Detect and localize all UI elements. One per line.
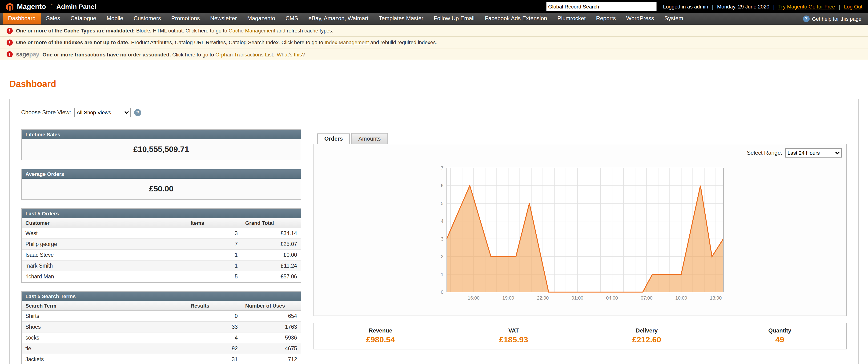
- tab-amounts[interactable]: Amounts: [351, 133, 388, 144]
- tab-orders[interactable]: Orders: [317, 133, 350, 144]
- magento-logo-icon: [6, 2, 14, 10]
- nav-item-mobile[interactable]: Mobile: [101, 13, 128, 25]
- svg-text:0: 0: [441, 290, 443, 295]
- svg-text:19:00: 19:00: [502, 295, 514, 300]
- brand-suffix: Admin Panel: [56, 3, 96, 10]
- svg-text:22:00: 22:00: [537, 295, 548, 300]
- search-term-row[interactable]: Jackets31712: [22, 354, 301, 364]
- nav-item-newsletter[interactable]: Newsletter: [205, 13, 242, 25]
- col-items: Items: [187, 218, 242, 228]
- totals-bar: Revenue £980.54 VAT £185.93 Delivery £21…: [313, 323, 847, 350]
- stat-vat: VAT £185.93: [447, 327, 580, 345]
- nav-item-customers[interactable]: Customers: [128, 13, 166, 25]
- top-header: Magento ™ Admin Panel Logged in as admin…: [0, 0, 868, 13]
- svg-text:5: 5: [441, 201, 443, 206]
- magento-admin-page: Magento ™ Admin Panel Logged in as admin…: [0, 0, 868, 364]
- brand-trademark: ™: [49, 3, 53, 7]
- col-number-of-uses: Number of Uses: [242, 301, 301, 310]
- orders-tab-panel: Select Range: Last 24 Hours 0123456716:0…: [313, 144, 847, 316]
- nav-item-plumrocket[interactable]: Plumrocket: [552, 13, 591, 25]
- nav-item-wordpress[interactable]: WordPress: [621, 13, 659, 25]
- svg-text:13:00: 13:00: [710, 295, 721, 300]
- search-term-row[interactable]: tie924675: [22, 343, 301, 354]
- nav-item-sales[interactable]: Sales: [41, 13, 65, 25]
- nav-item-catalogue[interactable]: Catalogue: [65, 13, 101, 25]
- header-separator: |: [839, 3, 840, 9]
- index-management-link[interactable]: Index Management: [324, 39, 369, 45]
- orphan-transactions-link[interactable]: Orphan Transactions List: [215, 52, 273, 57]
- average-orders-title: Average Orders: [22, 169, 301, 179]
- cache-management-link[interactable]: Cache Management: [229, 28, 275, 33]
- select-range-row: Select Range: Last 24 Hours: [319, 148, 842, 158]
- stat-delivery: Delivery £212.60: [580, 327, 713, 345]
- search-term-row[interactable]: Shirts0654: [22, 310, 301, 322]
- svg-text:04:00: 04:00: [606, 295, 618, 300]
- notice-text: Product Attributes, Catalog URL Rewrites…: [130, 39, 324, 45]
- last5-search-title: Last 5 Search Terms: [22, 292, 301, 301]
- orders-chart: 0123456716:0019:0022:0001:0004:0007:0010…: [430, 165, 731, 306]
- search-term-row[interactable]: Shoes331763: [22, 322, 301, 332]
- help-icon: ?: [803, 15, 810, 22]
- store-view-row: Choose Store View: All Shop Views ?: [21, 108, 847, 117]
- notice-text: and refresh cache types.: [275, 28, 334, 33]
- global-search-input[interactable]: [546, 2, 656, 11]
- svg-text:16:00: 16:00: [467, 295, 479, 300]
- notice-bold: One or more of the Cache Types are inval…: [16, 28, 135, 33]
- main-nav: Dashboard Sales Catalogue Mobile Custome…: [0, 13, 868, 25]
- nav-item-ebay-amazon-walmart[interactable]: eBay, Amazon, Walmart: [303, 13, 374, 25]
- nav-item-cms[interactable]: CMS: [280, 13, 303, 25]
- store-view-select[interactable]: All Shop Views: [74, 108, 131, 117]
- store-view-label: Choose Store View:: [21, 109, 71, 116]
- lifetime-sales-title: Lifetime Sales: [22, 130, 301, 139]
- svg-text:3: 3: [441, 236, 443, 241]
- notice-text: Blocks HTML output. Click here to go to: [135, 28, 229, 33]
- order-row[interactable]: Philip george7£25.07: [22, 239, 301, 250]
- error-icon: !: [7, 51, 13, 57]
- nav-help-label: Get help for this page: [812, 16, 861, 22]
- svg-text:07:00: 07:00: [641, 295, 652, 300]
- nav-item-reports[interactable]: Reports: [591, 13, 621, 25]
- brand: Magento ™ Admin Panel: [6, 2, 96, 10]
- last5-search-terms-panel: Last 5 Search Terms Search Term Results …: [21, 291, 301, 364]
- search-term-row[interactable]: socks45936: [22, 332, 301, 343]
- nav-item-follow-up-email[interactable]: Follow Up Email: [429, 13, 480, 25]
- right-column: Orders Amounts Select Range: Last 24 Hou…: [313, 133, 847, 364]
- col-results: Results: [187, 301, 242, 310]
- brand-name: Magento: [17, 2, 46, 10]
- last5-orders-title: Last 5 Orders: [22, 209, 301, 218]
- dashboard-columns: Lifetime Sales £10,555,509.71 Average Or…: [21, 129, 847, 364]
- notice-cache: ! One or more of the Cache Types are inv…: [0, 25, 868, 37]
- magento-go-link[interactable]: Try Magento Go for Free: [778, 3, 835, 9]
- last5-orders-table: Customer Items Grand Total West3£34.14 P…: [22, 218, 301, 282]
- notice-indexes-text: One or more of the Indexes are not up to…: [16, 39, 437, 45]
- nav-item-system[interactable]: System: [659, 13, 688, 25]
- table-header-row: Customer Items Grand Total: [22, 218, 301, 228]
- stat-quantity: Quantity 49: [713, 327, 846, 345]
- get-help-button[interactable]: ? Get help for this page: [803, 13, 865, 25]
- notice-sagepay: ! sagepayOne or more transactions have n…: [0, 48, 868, 60]
- nav-item-templates-master[interactable]: Templates Master: [373, 13, 428, 25]
- average-orders-panel: Average Orders £50.00: [21, 169, 301, 200]
- svg-text:7: 7: [441, 165, 443, 170]
- col-grand-total: Grand Total: [242, 218, 301, 228]
- last5-search-table: Search Term Results Number of Uses Shirt…: [22, 301, 301, 364]
- lifetime-sales-value: £10,555,509.71: [22, 139, 301, 160]
- nav-item-dashboard[interactable]: Dashboard: [3, 13, 41, 25]
- nav-item-magazento[interactable]: Magazento: [242, 13, 280, 25]
- order-row[interactable]: richard Man5£57.06: [22, 271, 301, 282]
- chart-tabs: Orders Amounts: [317, 133, 847, 144]
- nav-item-promotions[interactable]: Promotions: [166, 13, 205, 25]
- whats-this-link[interactable]: What's this?: [277, 52, 305, 57]
- range-select[interactable]: Last 24 Hours: [785, 148, 842, 158]
- order-row[interactable]: Isaac Steve1£0.00: [22, 250, 301, 260]
- order-row[interactable]: mark Smith1£11.24: [22, 260, 301, 271]
- nav-item-facebook-ads-extension[interactable]: Facebook Ads Extension: [480, 13, 552, 25]
- order-row[interactable]: West3£34.14: [22, 228, 301, 239]
- sagepay-logo: sagepay: [16, 51, 39, 58]
- dashboard-content: Choose Store View: All Shop Views ? Life…: [9, 99, 859, 364]
- lifetime-sales-panel: Lifetime Sales £10,555,509.71: [21, 129, 301, 160]
- notice-bold: One or more transactions have no order a…: [42, 52, 170, 57]
- logout-link[interactable]: Log Out: [844, 3, 862, 9]
- page-title: Dashboard: [9, 79, 868, 89]
- store-view-help-icon[interactable]: ?: [134, 109, 141, 116]
